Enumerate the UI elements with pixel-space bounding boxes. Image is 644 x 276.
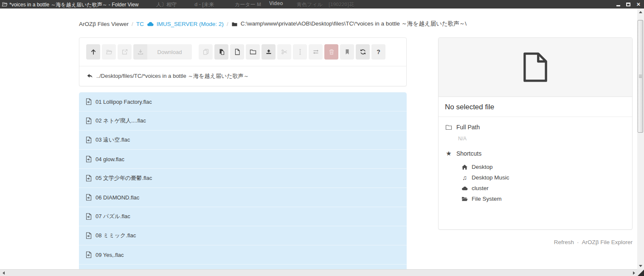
background-window-title: カーター M xyxy=(235,1,261,9)
upload-icon xyxy=(265,48,272,55)
file-item[interactable]: 08 ミミック.flac xyxy=(79,226,407,245)
scissors-icon xyxy=(281,48,288,55)
audio-file-icon xyxy=(86,175,92,182)
audio-file-icon xyxy=(86,232,92,239)
folder-outline-icon xyxy=(445,124,452,130)
paste-button[interactable] xyxy=(214,44,228,60)
cloud-icon xyxy=(461,186,468,191)
text-cursor-icon xyxy=(297,48,304,55)
file-explorer-link[interactable]: ArOZβ File Explorer xyxy=(582,239,633,245)
file-item[interactable]: 01 Lollipop Factory.flac xyxy=(79,92,407,111)
help-button[interactable]: ? xyxy=(371,44,385,60)
maximize-button[interactable] xyxy=(625,1,631,8)
shortcut-label: cluster xyxy=(472,185,489,191)
bookmark-button[interactable] xyxy=(340,44,354,60)
file-name: 02 ネトゲ廃人....flac xyxy=(96,117,146,125)
shortcut-cluster[interactable]: cluster xyxy=(461,183,625,193)
go-up-button[interactable] xyxy=(86,44,100,60)
file-name: 08 ミミック.flac xyxy=(96,232,136,239)
full-path-value: N/A xyxy=(458,136,625,142)
refresh-button[interactable] xyxy=(356,44,370,60)
file-list: 01 Lollipop Factory.flac 02 ネトゲ廃人....fla… xyxy=(79,92,407,269)
shortcut-desktop[interactable]: Desktop xyxy=(461,162,625,172)
background-window-title: 青色フィル xyxy=(297,1,323,9)
footer-separator: · xyxy=(577,239,579,245)
file-item[interactable]: 03 遠い空.flac xyxy=(79,131,407,150)
vertical-scrollbar[interactable] xyxy=(637,9,644,269)
scroll-up-button[interactable] xyxy=(637,9,644,15)
shortcut-label: File System xyxy=(472,196,502,202)
footer-links: Refresh·ArOZβ File Explorer xyxy=(554,239,633,245)
close-button[interactable]: × xyxy=(636,1,641,8)
new-file-icon xyxy=(234,48,241,55)
refresh-link[interactable]: Refresh xyxy=(554,239,574,245)
scroll-right-button[interactable] xyxy=(630,270,637,276)
shortcuts-label: Shortcuts xyxy=(456,150,481,157)
file-item[interactable]: 04 glow.flac xyxy=(79,150,407,169)
external-link-icon xyxy=(121,48,128,55)
shortcut-label: Desktop Music xyxy=(472,174,509,181)
download-button-label: Download xyxy=(147,44,192,60)
new-folder-icon xyxy=(250,48,256,55)
move-button[interactable] xyxy=(309,44,323,60)
horizontal-scrollbar[interactable] xyxy=(0,269,637,276)
file-item[interactable]: 09 Yes,.flac xyxy=(79,245,407,265)
scroll-down-button[interactable] xyxy=(637,262,644,269)
back-icon xyxy=(87,73,93,79)
folder-view-page: ArOZβ Files Viewer / TC IMUS_SERVER (Mod… xyxy=(0,9,644,276)
shortcuts-row: ★ Shortcuts xyxy=(445,150,625,157)
current-path-bar[interactable]: ../Desktop/files/TC/*voices in a bottle … xyxy=(79,66,406,86)
open-new-window-button[interactable] xyxy=(118,44,132,60)
file-item[interactable]: 05 文学少年の憂鬱.flac xyxy=(79,169,407,188)
download-icon xyxy=(133,44,147,60)
file-name: 07 パズル.flac xyxy=(96,213,130,220)
new-folder-button[interactable] xyxy=(246,44,260,60)
folder-view-app-icon xyxy=(2,1,8,7)
copy-button[interactable] xyxy=(199,44,213,60)
file-name: 06 DIAMOND.flac xyxy=(96,194,139,201)
copy-icon xyxy=(202,48,209,55)
folder-open-icon xyxy=(461,196,468,202)
open-button[interactable] xyxy=(102,44,116,60)
scroll-left-button[interactable] xyxy=(0,270,7,276)
shortcut-file-system[interactable]: File System xyxy=(461,193,625,204)
download-button[interactable]: Download xyxy=(133,44,192,60)
breadcrumb: ArOZβ Files Viewer / TC IMUS_SERVER (Mod… xyxy=(79,20,467,28)
minimize-button[interactable] xyxy=(615,1,621,8)
minimize-icon xyxy=(616,5,620,6)
upload-button[interactable] xyxy=(262,44,276,60)
refresh-icon xyxy=(360,48,366,55)
breadcrumb-separator: / xyxy=(227,21,228,27)
paste-icon xyxy=(218,48,225,55)
triangle-down-icon xyxy=(639,265,642,267)
file-name: 01 Lollipop Factory.flac xyxy=(96,99,152,105)
shortcut-label: Desktop xyxy=(472,164,493,170)
maximize-icon xyxy=(626,3,630,6)
file-name: 05 文学少年の憂鬱.flac xyxy=(96,174,152,182)
resize-grip[interactable] xyxy=(638,270,644,276)
file-name: 09 Yes,.flac xyxy=(96,252,124,258)
arrow-up-icon xyxy=(90,48,97,55)
vertical-scrollbar-thumb[interactable] xyxy=(638,20,643,133)
relative-path-text: ../Desktop/files/TC/*voices in a bottle … xyxy=(96,72,249,80)
rename-button[interactable] xyxy=(293,44,307,60)
background-window-title: [190220]花 xyxy=(329,1,354,9)
folder-icon xyxy=(231,21,238,27)
breadcrumb-drive-link[interactable]: TC xyxy=(136,21,144,27)
cut-button[interactable] xyxy=(277,44,291,60)
audio-file-icon xyxy=(86,117,92,124)
audio-file-icon xyxy=(86,213,92,220)
close-icon: × xyxy=(637,1,641,7)
question-icon: ? xyxy=(377,48,380,55)
shortcuts-list: Desktop ♫ Desktop Music cluster File Sys… xyxy=(461,162,625,204)
file-item[interactable]: 06 DIAMOND.flac xyxy=(79,188,407,207)
audio-file-icon xyxy=(86,98,92,105)
window-title: *voices in a bottle ～海を越え届いた歌声～ - Folder… xyxy=(9,1,138,9)
breadcrumb-server-link[interactable]: IMUS_SERVER (Mode: 2) xyxy=(157,21,224,27)
delete-button[interactable] xyxy=(324,44,338,60)
file-item[interactable]: 02 ネトゲ廃人....flac xyxy=(79,111,407,131)
shortcut-desktop-music[interactable]: ♫ Desktop Music xyxy=(461,172,625,183)
selection-status: No selected file xyxy=(439,97,632,117)
file-item[interactable]: 07 パズル.flac xyxy=(79,207,407,226)
new-file-button[interactable] xyxy=(230,44,244,60)
